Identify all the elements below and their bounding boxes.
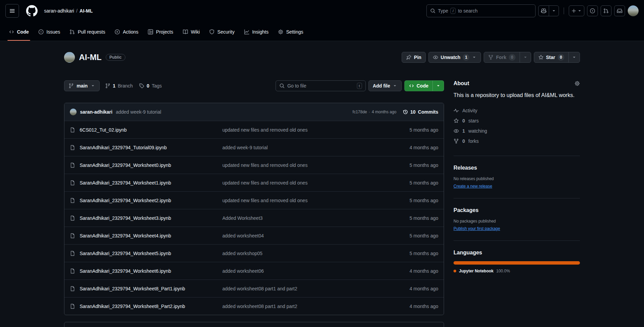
row-commit-message-link[interactable]: added worksheet04 <box>222 233 391 238</box>
fork-dropdown-button[interactable] <box>520 52 531 62</box>
breadcrumb-repo-link[interactable]: AI-ML <box>80 8 93 14</box>
your-issues-button[interactable] <box>587 5 598 16</box>
commit-sha-link[interactable]: fc178de <box>353 110 367 114</box>
row-commit-message-link[interactable]: updated new files and removed old ones <box>222 162 391 168</box>
code-button[interactable]: Code <box>405 81 432 91</box>
tab-actions[interactable]: Actions <box>110 24 143 40</box>
pin-button[interactable]: Pin <box>402 52 426 63</box>
about-stat-forks[interactable]: 0 forks <box>454 136 580 146</box>
file-link[interactable]: SaranAdhikari_2329794_Worksheet2.ipynb <box>80 198 171 203</box>
star-button[interactable]: Star 0 <box>534 52 568 62</box>
repo-page: AI-ML Public Pin Unwatch 1 <box>64 41 580 327</box>
publish-package-link[interactable]: Publish your first package <box>454 226 500 231</box>
hamburger-menu-button[interactable] <box>5 4 19 18</box>
about-stat-stars[interactable]: 0 stars <box>454 116 580 126</box>
tab-insights[interactable]: Insights <box>239 24 273 40</box>
tab-issues[interactable]: Issues <box>34 24 65 40</box>
tab-label: Actions <box>123 29 138 35</box>
three-bars-icon <box>9 8 15 14</box>
languages-section: Languages Jupyter Notebook 100.0% <box>454 241 580 283</box>
row-commit-message-link[interactable]: added worksheet06 <box>222 268 391 274</box>
about-stat-activity[interactable]: Activity <box>454 105 580 116</box>
stat-label: forks <box>468 138 479 144</box>
file-link[interactable]: SaranAdhikari_2329794_Worksheet4.ipynb <box>80 233 171 238</box>
plus-icon <box>571 8 577 14</box>
row-commit-message-link[interactable]: Added Worksheet3 <box>222 215 391 221</box>
row-commit-message-link[interactable]: added week-9 tutorial <box>222 145 391 150</box>
global-search-input[interactable]: Type / to search <box>426 4 536 17</box>
tags-link[interactable]: 0 Tags <box>139 83 162 89</box>
row-commit-message-link[interactable]: updated new files and removed old ones <box>222 180 391 186</box>
add-file-button[interactable]: Add file <box>368 80 402 91</box>
tab-settings[interactable]: Settings <box>273 24 308 40</box>
language-bar[interactable] <box>454 261 580 265</box>
about-stat-watching[interactable]: 1 watching <box>454 126 580 136</box>
table-row: SaranAdhikari_2329794_Worksheet2.ipynb u… <box>64 191 444 209</box>
github-logo[interactable] <box>25 4 39 18</box>
packages-title: Packages <box>454 207 580 213</box>
file-link[interactable]: SaranAdhikari_2329794_Worksheet1.ipynb <box>80 180 171 186</box>
row-commit-message-link[interactable]: updated new files and removed old ones <box>222 198 391 203</box>
commit-author-link[interactable]: saran-adhikari <box>80 109 113 115</box>
commit-message-link[interactable]: added week-9 tutorial <box>116 109 161 115</box>
languages-title: Languages <box>454 250 580 256</box>
repo-action-buttons: Pin Unwatch 1 Fork 0 <box>402 52 580 63</box>
gear-icon[interactable] <box>575 81 580 86</box>
breadcrumb-owner-link[interactable]: saran-adhikari <box>44 8 74 14</box>
eye-icon <box>454 128 459 134</box>
code-icon <box>409 83 414 89</box>
fork-button[interactable]: Fork 0 <box>484 52 519 62</box>
row-commit-message-link[interactable]: added worksheet08 part1 and part2 <box>222 286 391 291</box>
commit-history-link[interactable]: 10 Commits <box>403 109 438 115</box>
repo-sidebar: About This is a repository to upload fil… <box>454 76 580 283</box>
row-commit-message-link[interactable]: added worksheet08 part1 and part2 <box>222 304 391 309</box>
row-commit-message-link[interactable]: updated new files and removed old ones <box>222 127 391 133</box>
file-link[interactable]: SaranAdhikari_2329794_Worksheet3.ipynb <box>80 215 171 221</box>
tab-security[interactable]: Security <box>204 24 239 40</box>
commit-author-avatar[interactable] <box>70 109 77 115</box>
tab-pull-requests[interactable]: Pull requests <box>65 24 110 40</box>
file-link[interactable]: 6CS012_Tut_02.ipynb <box>80 127 127 133</box>
file-link[interactable]: SaranAdhikari_2329794_Worksheet8_Part1.i… <box>80 286 185 291</box>
table-row: SaranAdhikari_2329794_Worksheet8_Part2.i… <box>64 297 444 315</box>
file-icon <box>70 304 75 309</box>
row-commit-date: 4 months ago <box>391 286 438 291</box>
go-to-file-input[interactable] <box>287 83 354 89</box>
file-link[interactable]: SaranAdhikari_2329794_Worksheet8_Part2.i… <box>80 304 185 309</box>
activity-icon <box>454 108 459 113</box>
code-dropdown-button[interactable] <box>432 81 444 91</box>
tab-label: Projects <box>156 29 173 35</box>
row-commit-message-link[interactable]: added workshop05 <box>222 251 391 256</box>
tab-code[interactable]: Code <box>4 24 34 40</box>
table-row: SaranAdhikari_2329794_Worksheet6.ipynb a… <box>64 262 444 280</box>
table-row: SaranAdhikari_2329794_Worksheet1.ipynb u… <box>64 174 444 191</box>
row-commit-date: 5 months ago <box>391 162 438 168</box>
create-release-link[interactable]: Create a new release <box>454 184 492 189</box>
branches-link[interactable]: 1 Branch <box>105 83 133 89</box>
releases-empty-text: No releases published <box>454 176 580 181</box>
notifications-inbox-button[interactable] <box>614 5 625 16</box>
copilot-open-button[interactable] <box>539 6 549 16</box>
file-link[interactable]: SaranAdhikari_2329794_Worksheet0.ipynb <box>80 162 171 168</box>
star-dropdown-button[interactable] <box>568 52 580 62</box>
file-name-cell: SaranAdhikari_2329794_Worksheet0.ipynb <box>70 162 222 168</box>
file-link[interactable]: SaranAdhikari_2329794_Worksheet5.ipynb <box>80 251 171 256</box>
your-pull-requests-button[interactable] <box>601 5 611 16</box>
unwatch-button[interactable]: Unwatch 1 <box>428 52 481 63</box>
file-link[interactable]: SaranAdhikari_2329794_Tutorial09.ipynb <box>80 145 167 150</box>
branch-selector-button[interactable]: main <box>64 80 100 91</box>
releases-section: Releases No releases published Create a … <box>454 156 580 198</box>
copilot-dropdown-button[interactable] <box>549 6 559 16</box>
file-icon <box>70 286 75 291</box>
file-link[interactable]: SaranAdhikari_2329794_Worksheet6.ipynb <box>80 268 171 274</box>
language-item[interactable]: Jupyter Notebook 100.0% <box>454 269 580 273</box>
projects-icon <box>148 29 153 35</box>
copilot-button <box>538 5 559 16</box>
tab-label: Settings <box>286 29 303 35</box>
create-new-button[interactable] <box>569 5 584 16</box>
repo-owner-avatar[interactable] <box>64 52 75 63</box>
user-avatar[interactable] <box>628 5 639 16</box>
header-divider <box>564 7 564 14</box>
tab-projects[interactable]: Projects <box>143 24 178 40</box>
tab-wiki[interactable]: Wiki <box>178 24 204 40</box>
